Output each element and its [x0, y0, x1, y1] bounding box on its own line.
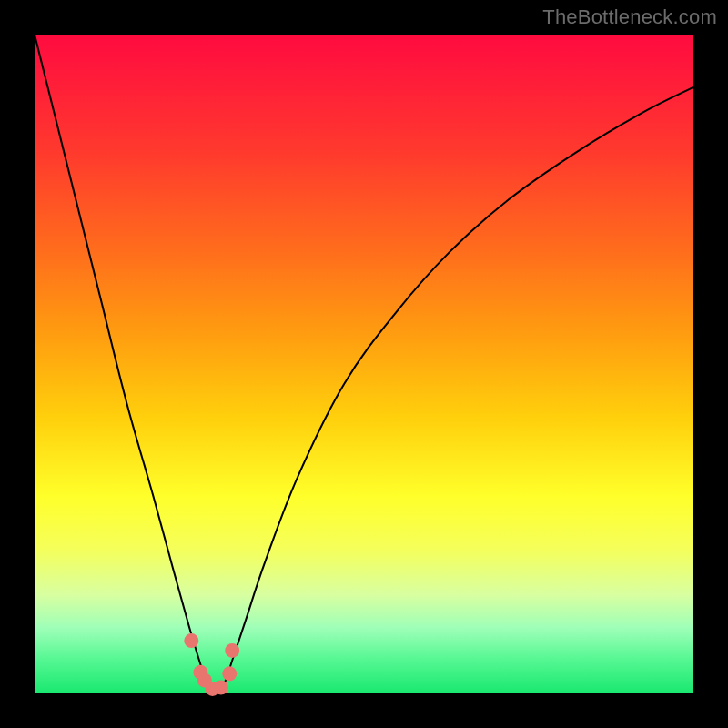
bottleneck-curve-path	[35, 35, 693, 692]
data-marker	[214, 681, 228, 695]
watermark-text: TheBottleneck.com	[542, 5, 717, 29]
curve-layer	[35, 35, 693, 693]
plot-area	[35, 35, 693, 693]
data-marker	[225, 643, 239, 658]
bottleneck-curve	[35, 35, 693, 692]
data-marker	[184, 633, 198, 648]
data-marker	[222, 666, 237, 681]
chart-frame: TheBottleneck.com	[0, 0, 728, 728]
